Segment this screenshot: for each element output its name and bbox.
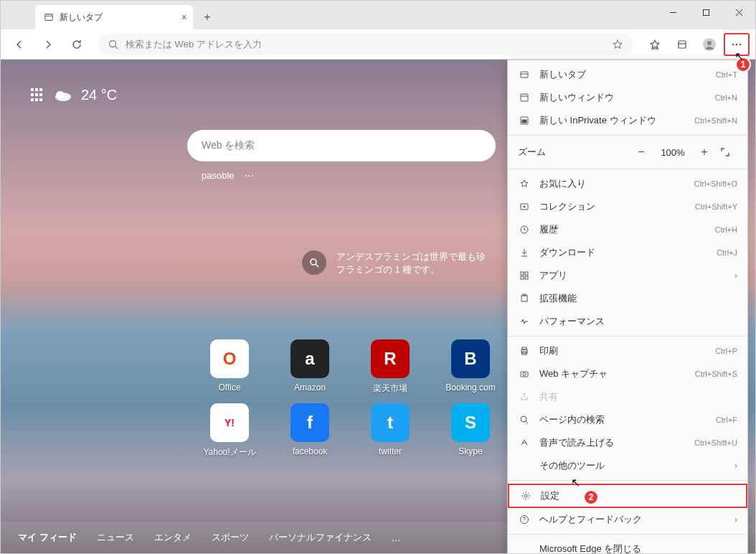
feed-tab[interactable]: ニュース xyxy=(97,531,134,544)
zoom-in-button[interactable]: + xyxy=(696,146,713,159)
favorites-button[interactable] xyxy=(642,33,668,56)
menu-new-tab[interactable]: 新しいタブCtrl+T xyxy=(508,63,747,86)
tab-close-icon[interactable]: × xyxy=(181,11,187,23)
annotation-badge-2: 2 xyxy=(583,489,599,505)
forward-button[interactable] xyxy=(35,33,61,56)
profile-button[interactable] xyxy=(696,33,722,56)
titlebar: 新しいタブ × + xyxy=(1,1,755,29)
search-icon xyxy=(108,39,118,50)
quick-link[interactable]: pasoble xyxy=(202,170,235,181)
tile-label: Amazon xyxy=(294,382,326,393)
back-button[interactable] xyxy=(6,33,32,56)
help-icon xyxy=(518,515,531,525)
gear-icon xyxy=(519,491,532,501)
top-site-tile[interactable]: BBooking.com xyxy=(438,339,503,395)
menu-extensions[interactable]: 拡張機能 xyxy=(508,287,747,310)
tile-label: Booking.com xyxy=(445,382,495,393)
svg-point-6 xyxy=(110,40,116,47)
menu-favorites[interactable]: お気に入りCtrl+Shift+O xyxy=(508,172,747,195)
menu-print[interactable]: 印刷Ctrl+P xyxy=(508,339,747,362)
fullscreen-button[interactable] xyxy=(720,147,737,157)
svg-point-13 xyxy=(732,43,734,44)
feed-tab[interactable]: パーソナルファイナンス xyxy=(269,531,372,544)
camera-icon xyxy=(518,369,531,379)
weather-cloud-icon xyxy=(54,88,72,103)
new-tab-button[interactable]: + xyxy=(197,7,217,27)
menu-find[interactable]: ページ内の検索Ctrl+F xyxy=(508,408,747,431)
feed-tab[interactable]: エンタメ xyxy=(154,531,192,544)
maximize-button[interactable] xyxy=(689,1,722,24)
svg-rect-37 xyxy=(522,347,526,349)
tile-label: Office xyxy=(218,382,240,393)
zoom-out-button[interactable]: − xyxy=(633,146,650,159)
tab-icon xyxy=(518,70,531,80)
feed-more[interactable]: … xyxy=(392,532,401,543)
feed-tab[interactable]: スポーツ xyxy=(212,531,249,544)
menu-moretools[interactable]: その他のツール› xyxy=(508,454,747,477)
chevron-right-icon: › xyxy=(734,515,737,525)
collection-icon xyxy=(518,202,531,212)
star-icon xyxy=(518,179,531,189)
menu-apps[interactable]: アプリ› xyxy=(508,264,747,287)
menu-share: 共有 xyxy=(508,385,747,408)
history-icon xyxy=(518,225,531,235)
close-window-button[interactable] xyxy=(722,1,755,24)
menu-close-edge[interactable]: Microsoft Edge を閉じる xyxy=(508,537,747,554)
heartbeat-icon xyxy=(518,316,531,327)
settings-menu: 新しいタブCtrl+T 新しいウィンドウCtrl+N 新しい InPrivate… xyxy=(507,60,748,554)
trivia-search-icon[interactable] xyxy=(302,250,326,275)
collections-button[interactable] xyxy=(669,33,695,56)
svg-point-17 xyxy=(56,91,65,98)
menu-performance[interactable]: パフォーマンス xyxy=(508,310,747,333)
menu-downloads[interactable]: ダウンロードCtrl+J xyxy=(508,241,747,264)
svg-line-19 xyxy=(316,264,318,267)
weather-widget[interactable]: 24 °C xyxy=(31,87,117,103)
svg-point-40 xyxy=(523,373,526,376)
add-favorite-icon[interactable] xyxy=(612,39,623,50)
minimize-button[interactable] xyxy=(656,1,689,24)
menu-webcapture[interactable]: Web キャプチャCtrl+Shift+S xyxy=(508,362,747,385)
more-icon[interactable]: ⋯ xyxy=(245,170,254,181)
feed-tab[interactable]: マイ フィード xyxy=(18,531,77,544)
top-site-tile[interactable]: OOffice xyxy=(197,339,262,395)
tile-icon: a xyxy=(290,339,329,378)
zoom-value: 100% xyxy=(657,147,689,158)
menu-new-window[interactable]: 新しいウィンドウCtrl+N xyxy=(508,86,747,109)
print-icon xyxy=(518,346,531,356)
tile-icon: t xyxy=(371,403,410,442)
top-site-tile[interactable]: ttwitter xyxy=(358,403,422,459)
window-controls xyxy=(656,1,755,24)
trivia-line1: アンデスフラミンゴは世界で最も珍 xyxy=(336,250,486,263)
top-site-tile[interactable]: SSkype xyxy=(438,403,503,459)
browser-tab[interactable]: 新しいタブ × xyxy=(35,5,193,29)
tile-icon: f xyxy=(290,403,329,442)
find-icon xyxy=(518,415,531,425)
top-site-tile[interactable]: Y!Yahoo!メール xyxy=(197,403,262,459)
quick-links-row: pasoble ⋯ xyxy=(202,170,254,181)
top-site-tile[interactable]: aAmazon xyxy=(278,339,342,395)
share-icon xyxy=(518,392,531,402)
top-site-tile[interactable]: R楽天市場 xyxy=(358,339,422,395)
chevron-right-icon: › xyxy=(734,271,737,281)
menu-history[interactable]: 履歴Ctrl+H xyxy=(508,218,747,241)
top-sites-grid: OOfficeaAmazonR楽天市場BBooking.comY!Yahoo!メ… xyxy=(197,339,503,459)
menu-help[interactable]: ヘルプとフィードバック› xyxy=(508,508,747,531)
menu-new-inprivate[interactable]: 新しい InPrivate ウィンドウCtrl+Shift+N xyxy=(508,109,747,132)
svg-rect-35 xyxy=(523,294,526,296)
refresh-button[interactable] xyxy=(64,33,90,56)
svg-point-43 xyxy=(524,494,527,497)
menu-readaloud[interactable]: 音声で読み上げるCtrl+Shift+U xyxy=(508,431,747,454)
toolbar: 検索または Web アドレスを入力 xyxy=(1,29,755,60)
svg-rect-33 xyxy=(525,276,528,279)
web-search-box[interactable]: Web を検索 xyxy=(187,130,496,161)
chevron-right-icon: › xyxy=(734,461,737,471)
trivia-caption: アンデスフラミンゴは世界で最も珍 フラミンゴの 1 種です。 xyxy=(302,250,486,276)
readaloud-icon xyxy=(518,438,531,448)
menu-collections[interactable]: コレクションCtrl+Shift+Y xyxy=(508,195,747,218)
address-bar[interactable]: 検索または Web アドレスを入力 xyxy=(98,34,633,55)
window-icon xyxy=(518,93,531,103)
apps-grid-icon[interactable] xyxy=(31,88,45,103)
cursor-icon: ↖ xyxy=(734,50,744,63)
menu-settings[interactable]: 設定 xyxy=(508,484,747,508)
top-site-tile[interactable]: ffacebook xyxy=(278,403,342,459)
